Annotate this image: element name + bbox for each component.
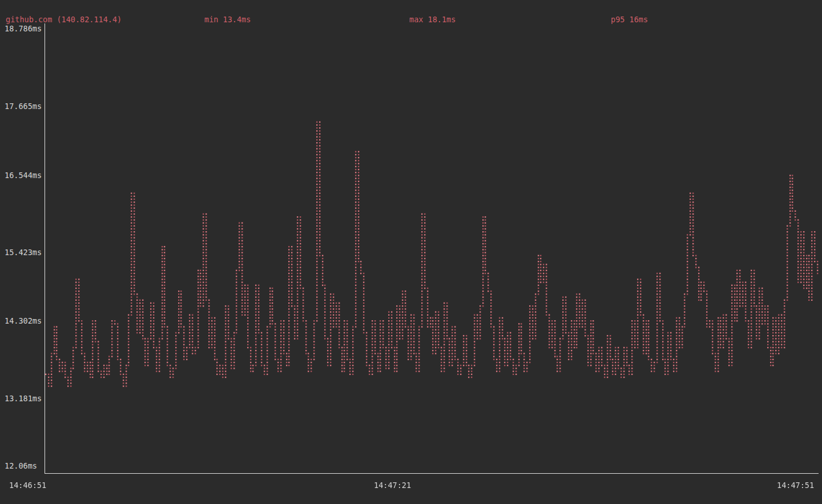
x-axis-tick-end: 14:47:51 (777, 481, 814, 490)
latency-chart-canvas (0, 0, 822, 504)
x-axis-tick-start: 14:46:51 (9, 481, 46, 490)
gping-terminal-screen: { "header": { "host_label": "github.com … (0, 0, 822, 504)
x-axis-tick-middle: 14:47:21 (374, 481, 411, 490)
